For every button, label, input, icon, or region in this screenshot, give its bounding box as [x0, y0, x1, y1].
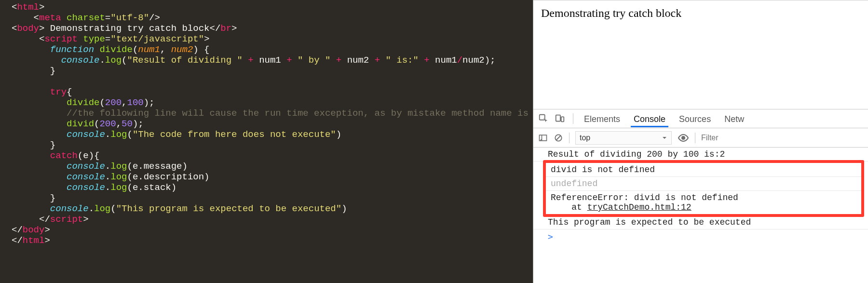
inspect-icon[interactable] [538, 113, 549, 124]
tab-sources[interactable]: Sources [676, 110, 714, 127]
svg-rect-2 [561, 117, 564, 121]
tab-console[interactable]: Console [631, 110, 668, 127]
page-title: Demonstrating try catch block [541, 7, 681, 19]
clear-console-icon[interactable] [554, 133, 563, 143]
log-line: Result of dividing 200 by 100 is:2 [533, 148, 868, 162]
stack-trace-link[interactable]: tryCatchDemo.html:12 [587, 202, 692, 212]
svg-rect-0 [540, 115, 545, 120]
page-output: Demonstrating try catch block [533, 0, 868, 109]
filter-input[interactable] [701, 134, 863, 142]
log-line: undefined [546, 177, 861, 191]
devtools-panel: Elements Console Sources Netw top [533, 109, 868, 283]
error-highlight-box: divid is not defined undefined Reference… [543, 160, 864, 217]
console-sidebar-icon[interactable] [538, 133, 548, 143]
browser-pane: Demonstrating try catch block Elements C… [533, 0, 868, 283]
eye-icon[interactable] [678, 132, 689, 144]
chevron-down-icon [662, 135, 667, 141]
log-line: This program is expected to be executed [533, 216, 868, 229]
console-prompt[interactable]: > [533, 229, 868, 243]
log-line: divid is not defined [546, 163, 861, 177]
tab-network[interactable]: Netw [721, 110, 747, 127]
device-icon[interactable] [555, 113, 565, 124]
console-toolbar: top [533, 128, 868, 148]
code-editor[interactable]: <html> <meta charset="utf-8"/> <body> De… [0, 0, 533, 283]
svg-rect-1 [556, 115, 560, 121]
context-select[interactable]: top [575, 131, 672, 145]
tab-elements[interactable]: Elements [581, 110, 623, 127]
svg-point-5 [682, 136, 685, 139]
console-log: Result of dividing 200 by 100 is:2 divid… [533, 148, 868, 283]
devtools-tabbar: Elements Console Sources Netw [533, 109, 868, 128]
log-line: ReferenceError: divid is not defined at … [546, 191, 861, 214]
